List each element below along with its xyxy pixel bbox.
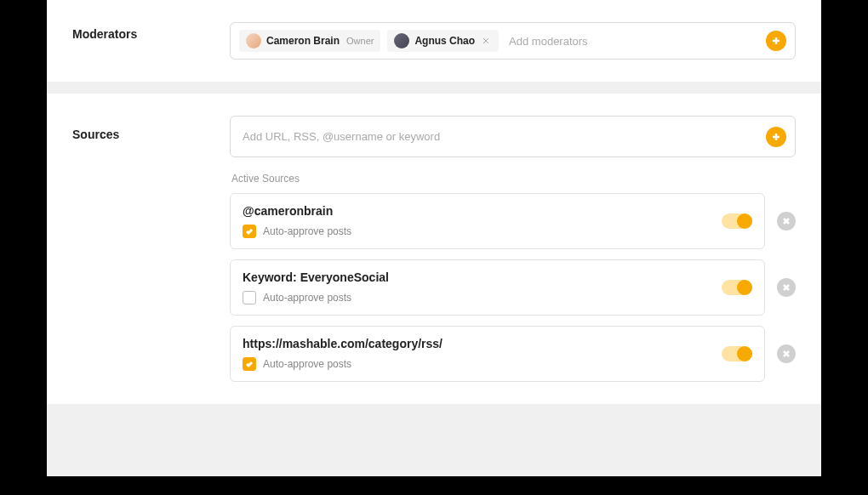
delete-source-button[interactable]	[777, 212, 796, 230]
auto-approve-checkbox[interactable]	[243, 225, 256, 238]
source-row: https://mashable.com/category/rss/ Auto-…	[230, 326, 796, 382]
source-title: @cameronbrain	[243, 204, 351, 218]
sources-content: Active Sources @cameronbrain Auto-approv…	[230, 116, 796, 382]
auto-approve-label: Auto-approve posts	[263, 358, 351, 370]
auto-approve-checkbox[interactable]	[243, 291, 256, 304]
remove-moderator-button[interactable]	[480, 35, 492, 47]
auto-approve-checkbox[interactable]	[243, 357, 256, 371]
source-title: https://mashable.com/category/rss/	[243, 337, 443, 350]
moderator-role: Owner	[346, 36, 374, 46]
moderator-chip: Agnus Chao	[387, 30, 499, 52]
delete-source-button[interactable]	[777, 278, 796, 297]
sources-input[interactable]	[239, 123, 759, 150]
source-card: https://mashable.com/category/rss/ Auto-…	[230, 326, 765, 382]
source-card: @cameronbrain Auto-approve posts	[230, 193, 765, 249]
add-moderator-button[interactable]	[766, 31, 786, 51]
source-enable-toggle[interactable]	[722, 213, 752, 229]
sources-label: Sources	[72, 116, 230, 382]
moderators-input[interactable]	[505, 31, 759, 51]
moderator-chip: Cameron Brain Owner	[239, 30, 380, 52]
sources-panel: Sources Active Sources @cameronbrain	[47, 94, 821, 404]
add-source-button[interactable]	[766, 127, 786, 147]
avatar	[246, 33, 261, 48]
source-enable-toggle[interactable]	[722, 280, 752, 295]
active-sources-heading: Active Sources	[231, 173, 796, 185]
moderators-panel: Moderators Cameron Brain Owner Agnus Cha…	[47, 0, 821, 82]
moderator-name: Cameron Brain	[266, 35, 340, 47]
source-row: Keyword: EveryoneSocial Auto-approve pos…	[230, 259, 796, 316]
sources-input-wrap	[230, 116, 796, 157]
auto-approve-label: Auto-approve posts	[263, 225, 351, 237]
moderators-label: Moderators	[72, 22, 230, 60]
source-card: Keyword: EveryoneSocial Auto-approve pos…	[230, 259, 765, 316]
moderators-input-wrap: Cameron Brain Owner Agnus Chao	[230, 22, 796, 60]
source-row: @cameronbrain Auto-approve posts	[230, 193, 796, 249]
source-enable-toggle[interactable]	[722, 346, 752, 361]
delete-source-button[interactable]	[777, 344, 796, 363]
auto-approve-label: Auto-approve posts	[263, 292, 351, 304]
avatar	[394, 33, 409, 48]
moderators-content: Cameron Brain Owner Agnus Chao	[230, 22, 796, 60]
moderator-name: Agnus Chao	[414, 35, 475, 47]
source-title: Keyword: EveryoneSocial	[243, 270, 389, 284]
